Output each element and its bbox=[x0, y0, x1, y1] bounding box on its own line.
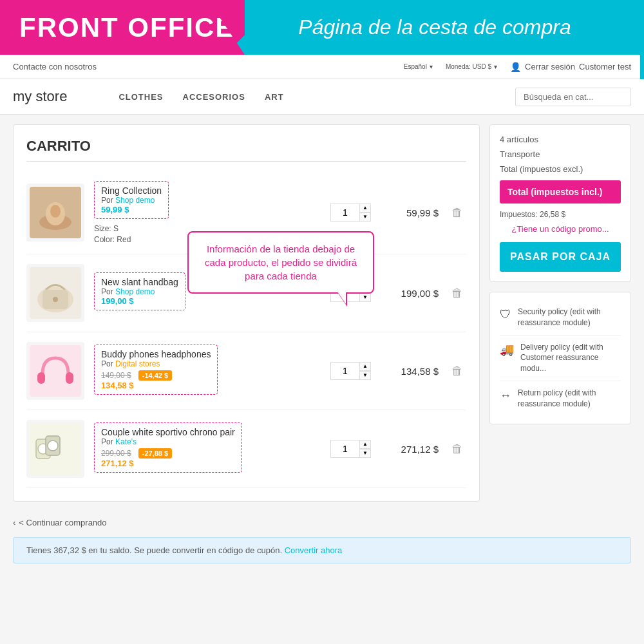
order-summary: 4 artículos Transporte Total (impuestos … bbox=[489, 124, 631, 282]
header-right: Página de la cesta de compra bbox=[245, 0, 644, 55]
front-office-title: FRONT OFFICE bbox=[19, 12, 234, 43]
currency-dropdown[interactable]: Moneda: USD $ ▾ bbox=[446, 63, 497, 70]
search-input[interactable] bbox=[515, 88, 631, 106]
headphones-image-svg bbox=[30, 345, 81, 397]
logo-store: store bbox=[35, 88, 67, 104]
logo-my: my bbox=[13, 88, 35, 104]
qty-input-watches[interactable] bbox=[330, 440, 359, 458]
policy-item-return: ↔ Return policy (edit with reassurance m… bbox=[500, 381, 621, 416]
top-nav: Contacte con nosotros Español ▾ Moneda: … bbox=[0, 55, 644, 79]
convert-link[interactable]: Convertir ahora bbox=[285, 545, 343, 555]
item-shop-ring: Por Shop demo bbox=[101, 196, 162, 205]
policy-item-delivery: 🚚 Delivery policy (edit with Customer re… bbox=[500, 336, 621, 381]
item-name-watches: Couple white sportivo chrono pair bbox=[101, 427, 235, 437]
cart-title: CARRITO bbox=[26, 138, 466, 162]
continue-shopping[interactable]: ‹ < Continuar comprando bbox=[0, 511, 644, 534]
logo[interactable]: my store bbox=[13, 88, 67, 105]
svg-point-3 bbox=[50, 205, 61, 218]
svg-point-15 bbox=[48, 440, 58, 451]
main-content: CARRITO Información de la tienda debajo … bbox=[0, 115, 644, 511]
svg-rect-10 bbox=[66, 372, 73, 384]
promo-bar-text: Tienes 367,32 $ en tu saldo. Se puede co… bbox=[26, 545, 282, 555]
discounted-price-watches: 271,12 $ bbox=[101, 459, 235, 468]
shield-icon: 🛡 bbox=[500, 307, 511, 323]
shop-link-ring[interactable]: Shop demo bbox=[115, 196, 155, 205]
qty-down-handbag[interactable]: ▼ bbox=[359, 293, 371, 302]
user-icon: 👤 bbox=[510, 62, 521, 72]
svg-point-7 bbox=[53, 297, 58, 302]
language-chevron: ▾ bbox=[430, 63, 433, 70]
delete-btn-handbag[interactable]: 🗑 bbox=[448, 287, 466, 300]
currency-label: Moneda: USD $ bbox=[446, 63, 491, 70]
item-name-headphones: Buddy phones headphones bbox=[101, 349, 211, 359]
transport-label: Transporte bbox=[500, 149, 540, 159]
qty-controls-watches: ▲ ▼ bbox=[359, 440, 371, 458]
nav-accesorios[interactable]: ACCESORIOS bbox=[183, 92, 245, 102]
user-section: 👤 Cerrar sesión Customer test bbox=[510, 62, 631, 72]
chevron-left-icon: ‹ bbox=[13, 518, 15, 527]
header-left: FRONT OFFICE bbox=[0, 0, 245, 55]
language-dropdown[interactable]: Español ▾ bbox=[404, 63, 433, 70]
qty-up-watches[interactable]: ▲ bbox=[359, 440, 371, 449]
watches-image-svg bbox=[30, 423, 81, 475]
table-row: Couple white sportivo chrono pair Por Ka… bbox=[26, 410, 466, 488]
total-excl-label: Total (impuestos excl.) bbox=[500, 164, 583, 174]
qty-wrapper-ring: ▲ ▼ bbox=[330, 204, 371, 222]
promo-bar: Tienes 367,32 $ en tu saldo. Se puede co… bbox=[13, 537, 631, 564]
qty-up-ring[interactable]: ▲ bbox=[359, 204, 371, 213]
discount-badge-watches: -27,88 $ bbox=[138, 448, 172, 459]
discount-badge-headphones: -14,42 $ bbox=[138, 370, 172, 381]
item-name-box-ring: Ring Collection Por Shop demo 59,99 $ bbox=[94, 181, 169, 219]
qty-down-headphones[interactable]: ▼ bbox=[359, 371, 371, 380]
qty-wrapper-watches: ▲ ▼ bbox=[330, 440, 371, 458]
shop-link-watches[interactable]: Kate's bbox=[115, 437, 137, 446]
checkout-button[interactable]: PASAR POR CAJA bbox=[500, 242, 621, 272]
username: Customer test bbox=[579, 62, 631, 71]
policy-section: 🛡 Security policy (edit with reassurance… bbox=[489, 292, 631, 424]
item-original-price-headphones: 149,00 $ bbox=[101, 371, 131, 380]
tooltip-balloon: Información de la tienda debajo de cada … bbox=[187, 231, 374, 294]
item-image-watches bbox=[26, 420, 84, 478]
qty-controls-ring: ▲ ▼ bbox=[359, 204, 371, 222]
nav-art[interactable]: ART bbox=[265, 92, 284, 102]
item-shop-headphones: Por Digital stores bbox=[101, 359, 211, 368]
discounted-price-headphones: 134,58 $ bbox=[101, 381, 211, 390]
articles-row: 4 artículos bbox=[500, 135, 621, 144]
policy-text-return: Return policy (edit with reassurance mod… bbox=[518, 388, 621, 410]
qty-input-ring[interactable] bbox=[330, 204, 359, 222]
nav-links: CLOTHES ACCESORIOS ART bbox=[118, 92, 283, 102]
item-total-headphones: 134,58 $ bbox=[381, 366, 439, 377]
qty-up-headphones[interactable]: ▲ bbox=[359, 362, 371, 371]
item-total-watches: 271,12 $ bbox=[381, 444, 439, 455]
qty-input-headphones[interactable] bbox=[330, 362, 359, 380]
qty-down-ring[interactable]: ▼ bbox=[359, 213, 371, 222]
truck-icon: 🚚 bbox=[500, 342, 514, 358]
contact-link[interactable]: Contacte con nosotros bbox=[13, 62, 97, 71]
nav-clothes[interactable]: CLOTHES bbox=[118, 92, 163, 102]
delete-btn-watches[interactable]: 🗑 bbox=[448, 442, 466, 456]
item-details-headphones: Buddy phones headphones Por Digital stor… bbox=[94, 345, 321, 398]
item-name-box-headphones: Buddy phones headphones Por Digital stor… bbox=[94, 345, 218, 395]
main-nav: my store CLOTHES ACCESORIOS ART bbox=[0, 79, 644, 115]
qty-down-watches[interactable]: ▼ bbox=[359, 449, 371, 458]
svg-rect-9 bbox=[37, 372, 45, 384]
item-image-handbag bbox=[26, 264, 84, 322]
item-total-ring: 59,99 $ bbox=[381, 207, 439, 218]
item-name-ring: Ring Collection bbox=[101, 185, 162, 196]
top-nav-wrapper: Contacte con nosotros Español ▾ Moneda: … bbox=[0, 55, 644, 79]
page-subtitle: Página de la cesta de compra bbox=[298, 15, 571, 39]
continue-label: < Continuar comprando bbox=[19, 518, 106, 527]
item-name-box-handbag: New slant handbag Por Shop demo 199,00 $ bbox=[94, 272, 185, 310]
item-price-handbag: 199,00 $ bbox=[101, 296, 178, 306]
return-icon: ↔ bbox=[500, 388, 511, 404]
tooltip-text: Información de la tienda debajo de cada … bbox=[205, 243, 357, 281]
promo-link[interactable]: ¿Tiene un código promo... bbox=[500, 224, 621, 234]
logout-link[interactable]: Cerrar sesión bbox=[525, 62, 575, 71]
item-details-watches: Couple white sportivo chrono pair Por Ka… bbox=[94, 422, 321, 476]
policy-text-delivery: Delivery policy (edit with Customer reas… bbox=[520, 342, 621, 374]
shop-link-handbag[interactable]: Shop demo bbox=[115, 287, 155, 296]
delete-btn-ring[interactable]: 🗑 bbox=[448, 206, 466, 220]
delete-btn-headphones[interactable]: 🗑 bbox=[448, 365, 466, 378]
item-shop-watches: Por Kate's bbox=[101, 437, 235, 446]
shop-link-headphones[interactable]: Digital stores bbox=[115, 359, 160, 368]
